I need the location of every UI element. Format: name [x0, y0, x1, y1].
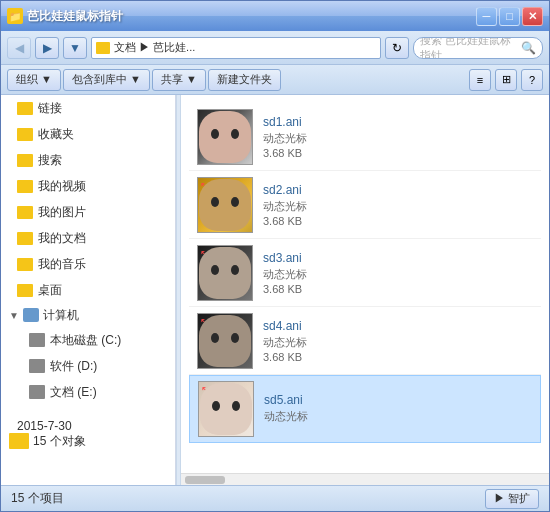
folder-icon: [17, 180, 33, 193]
sidebar-item-music[interactable]: 我的音乐: [1, 251, 175, 277]
file-name: sd2.ani: [263, 183, 533, 197]
share-button[interactable]: 共享 ▼: [152, 69, 206, 91]
new-folder-button[interactable]: 新建文件夹: [208, 69, 281, 91]
forward-button[interactable]: ▶: [35, 37, 59, 59]
layout-button[interactable]: ⊞: [495, 69, 517, 91]
chevron-down-icon: ▼: [9, 310, 19, 321]
right-panel: sd1.ani 动态光标 3.68 KB ↖ s: [181, 95, 549, 485]
thumbnail-image: [199, 179, 251, 231]
sidebar-drive-label: 软件 (D:): [50, 358, 97, 375]
eye-left: [211, 197, 219, 207]
status-item-count: 15 个项目: [11, 490, 64, 507]
thumbnail-image: [199, 111, 251, 163]
sidebar-computer-section[interactable]: ▼ 计算机: [1, 303, 175, 327]
file-type: 动态光标: [263, 267, 533, 282]
file-thumbnail-sd1: [197, 109, 253, 165]
maximize-button[interactable]: □: [499, 7, 520, 26]
eye-left: [211, 129, 219, 139]
minimize-button[interactable]: ─: [476, 7, 497, 26]
help-button[interactable]: ?: [521, 69, 543, 91]
folder-icon: [17, 206, 33, 219]
file-list: sd1.ani 动态光标 3.68 KB ↖ s: [181, 95, 549, 473]
folder-icon: [17, 102, 33, 115]
file-info: sd4.ani 动态光标 3.68 KB: [263, 319, 533, 363]
window: 📁 芭比娃娃鼠标指针 ─ □ ✕ ◀ ▶ ▼ 文档 ▶ 芭比娃... ↻ 搜索 …: [0, 0, 550, 512]
search-icon: 🔍: [521, 41, 536, 55]
include-library-button[interactable]: 包含到库中 ▼: [63, 69, 150, 91]
sidebar-item-links[interactable]: 链接: [1, 95, 175, 121]
eye-right: [231, 129, 239, 139]
close-button[interactable]: ✕: [522, 7, 543, 26]
thumbnail-image: [200, 383, 252, 435]
window-title: 芭比娃娃鼠标指针: [27, 8, 472, 25]
eye-left: [212, 401, 220, 411]
status-right: ▶ 智扩: [485, 489, 539, 509]
breadcrumb-text: 文档 ▶ 芭比娃...: [114, 40, 195, 55]
search-bar[interactable]: 搜索 芭比娃娃鼠标指针 🔍: [413, 37, 543, 59]
sidebar-item-label: 我的音乐: [38, 256, 86, 273]
folder-icon: [17, 284, 33, 297]
computer-icon: [23, 308, 39, 322]
sidebar-drive-c[interactable]: 本地磁盘 (C:): [1, 327, 175, 353]
back-button[interactable]: ◀: [7, 37, 31, 59]
file-info: sd3.ani 动态光标 3.68 KB: [263, 251, 533, 295]
sidebar-drive-d[interactable]: 软件 (D:): [1, 353, 175, 379]
sidebar-drive-label: 本地磁盘 (C:): [50, 332, 121, 349]
file-name: sd4.ani: [263, 319, 533, 333]
sidebar-item-label: 我的图片: [38, 204, 86, 221]
main-area: 链接 收藏夹 搜索 我的视频 我的图片 我的文档: [1, 95, 549, 485]
file-item-sd3[interactable]: ↖ sd3.ani 动态光标 3.68 KB: [189, 239, 541, 307]
file-thumbnail-sd2: ↖: [197, 177, 253, 233]
eye-left: [211, 265, 219, 275]
organize-button[interactable]: 组织 ▼: [7, 69, 61, 91]
dropdown-button[interactable]: ▼: [63, 37, 87, 59]
file-size: 3.68 KB: [263, 147, 533, 159]
file-type: 动态光标: [263, 131, 533, 146]
folder-icon: [17, 232, 33, 245]
refresh-button[interactable]: ↻: [385, 37, 409, 59]
file-info: sd2.ani 动态光标 3.68 KB: [263, 183, 533, 227]
file-name: sd1.ani: [263, 115, 533, 129]
view-toggle-button[interactable]: ≡: [469, 69, 491, 91]
sidebar-item-desktop[interactable]: 桌面: [1, 277, 175, 303]
file-item-sd2[interactable]: ↖ sd2.ani 动态光标 3.68 KB: [189, 171, 541, 239]
file-type: 动态光标: [263, 199, 533, 214]
sidebar-drive-label: 文档 (E:): [50, 384, 97, 401]
sidebar-item-label: 搜索: [38, 152, 62, 169]
folder-icon: [17, 258, 33, 271]
sidebar-item-search[interactable]: 搜索: [1, 147, 175, 173]
left-panel: 链接 收藏夹 搜索 我的视频 我的图片 我的文档: [1, 95, 176, 485]
file-thumbnail-sd4: ↖: [197, 313, 253, 369]
eye-right: [231, 265, 239, 275]
eye-left: [211, 333, 219, 343]
folder-icon: [96, 42, 110, 54]
file-size: 3.68 KB: [263, 351, 533, 363]
eye-right: [231, 197, 239, 207]
sidebar-item-videos[interactable]: 我的视频: [1, 173, 175, 199]
horizontal-scrollbar[interactable]: [181, 473, 549, 485]
folder-icon: [9, 433, 29, 449]
file-type: 动态光标: [264, 409, 532, 424]
file-size: 3.68 KB: [263, 215, 533, 227]
folder-icon: [17, 128, 33, 141]
file-item-sd4[interactable]: ↖ sd4.ani 动态光标 3.68 KB: [189, 307, 541, 375]
file-item-sd5[interactable]: ↖ sd5.ani 动态光标: [189, 375, 541, 443]
sidebar-item-label: 链接: [38, 100, 62, 117]
file-item-sd1[interactable]: sd1.ani 动态光标 3.68 KB: [189, 103, 541, 171]
thumbnail-image: [199, 315, 251, 367]
sidebar-item-label: 收藏夹: [38, 126, 74, 143]
sidebar-item-pictures[interactable]: 我的图片: [1, 199, 175, 225]
file-thumbnail-sd5: ↖: [198, 381, 254, 437]
action-button[interactable]: ▶ 智扩: [485, 489, 539, 509]
drive-icon: [29, 385, 45, 399]
title-buttons: ─ □ ✕: [476, 7, 543, 26]
scrollbar-thumb[interactable]: [185, 476, 225, 484]
file-name: sd3.ani: [263, 251, 533, 265]
sidebar-drive-e[interactable]: 文档 (E:): [1, 379, 175, 405]
address-bar[interactable]: 文档 ▶ 芭比娃...: [91, 37, 381, 59]
title-bar: 📁 芭比娃娃鼠标指针 ─ □ ✕: [1, 1, 549, 31]
sidebar-item-documents[interactable]: 我的文档: [1, 225, 175, 251]
sidebar-item-favorites[interactable]: 收藏夹: [1, 121, 175, 147]
sidebar-date-label: 2015-7-30: [17, 419, 72, 433]
thumbnail-image: [199, 247, 251, 299]
